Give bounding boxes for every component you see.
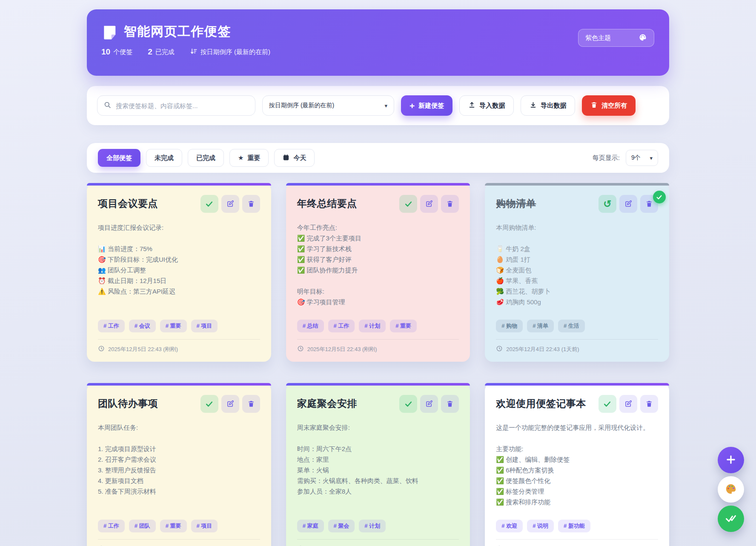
note-tag[interactable]: # 聚会	[328, 520, 355, 532]
download-icon	[530, 101, 537, 110]
complete-note-button[interactable]	[598, 395, 616, 413]
completed-badge-icon	[653, 191, 666, 203]
per-page-select[interactable]: 9个▾	[626, 150, 658, 166]
search-box	[97, 95, 255, 116]
note-card-year-summary: 年终总结要点 今年工作亮点: ✅ 完成了3个主要项目 ✅ 学习了新技术栈 ✅ 获…	[286, 183, 470, 362]
note-tag[interactable]: # 项目	[191, 320, 218, 332]
delete-note-button[interactable]	[242, 195, 260, 213]
clock-icon	[98, 345, 105, 353]
delete-note-button[interactable]	[441, 395, 459, 413]
filter-today[interactable]: 今天	[274, 149, 315, 167]
card-accent-bar	[485, 183, 669, 186]
note-tag[interactable]: # 工作	[328, 320, 355, 332]
filter-todo[interactable]: 未完成	[146, 149, 182, 167]
note-tag[interactable]: # 计划	[359, 520, 386, 532]
fab-complete-all-button[interactable]	[718, 506, 744, 532]
note-tag[interactable]: # 总结	[297, 320, 324, 332]
delete-note-button[interactable]	[242, 395, 260, 413]
note-card-welcome: 欢迎使用便签记事本 这是一个功能完整的便签记事应用，采用现代化设计。 主要功能:…	[485, 383, 669, 546]
plus-icon	[725, 454, 737, 467]
complete-note-button[interactable]	[399, 395, 417, 413]
edit-note-button[interactable]	[619, 395, 637, 413]
plus-icon: +	[410, 101, 415, 110]
clear-all-button[interactable]: 清空所有	[582, 95, 636, 116]
sort-desc-icon	[190, 48, 198, 57]
note-content: 周末家庭聚会安排: 时间：周六下午2点 地点：家里 菜单：火锅 需购买：火锅底料…	[297, 422, 459, 497]
header-stats: 10个便签 2已完成 按日期倒序 (最新的在前)	[101, 47, 655, 57]
note-tag[interactable]: # 清单	[527, 320, 554, 332]
note-title: 家庭聚会安排	[297, 395, 357, 410]
note-tag[interactable]: # 工作	[98, 320, 125, 332]
filter-done[interactable]: 已完成	[188, 149, 224, 167]
fab-theme-button[interactable]	[718, 476, 744, 503]
double-check-icon	[725, 512, 737, 526]
note-tag[interactable]: # 项目	[191, 520, 218, 532]
note-tag[interactable]: # 生活	[558, 320, 585, 332]
note-tag[interactable]: # 重要	[390, 320, 417, 332]
complete-note-button[interactable]	[200, 395, 218, 413]
new-note-button[interactable]: + 新建便签	[401, 95, 452, 116]
note-content: 今年工作亮点: ✅ 完成了3个主要项目 ✅ 学习了新技术栈 ✅ 获得了客户好评 …	[297, 222, 459, 307]
edit-note-button[interactable]	[420, 395, 438, 413]
note-title: 团队待办事项	[98, 395, 158, 410]
notes-grid: 项目会议要点 项目进度汇报会议记录: 📊 当前进度：75% 🎯 下阶段目标：完成…	[87, 183, 669, 546]
note-tag[interactable]: # 会议	[129, 320, 156, 332]
note-content: 本周团队任务: 1. 完成项目原型设计 2. 召开客户需求会议 3. 整理用户反…	[98, 422, 260, 497]
note-content: 这是一个功能完整的便签记事应用，采用现代化设计。 主要功能: ✅ 创建、编辑、删…	[496, 422, 658, 507]
search-input[interactable]	[116, 102, 249, 109]
note-tag[interactable]: # 重要	[160, 320, 187, 332]
edit-note-button[interactable]	[221, 395, 239, 413]
note-timestamp: 2025年12月5日 22:43 (刚刚)	[108, 346, 178, 353]
note-logo-icon	[101, 24, 117, 40]
star-icon: ★	[238, 154, 243, 162]
trash-icon	[590, 101, 598, 110]
note-content: 项目进度汇报会议记录: 📊 当前进度：75% 🎯 下阶段目标：完成UI优化 👥 …	[98, 222, 260, 297]
delete-note-button[interactable]	[640, 395, 658, 413]
per-page-label: 每页显示:	[593, 154, 620, 162]
note-tag[interactable]: # 团队	[129, 520, 156, 532]
complete-note-button[interactable]	[200, 195, 218, 213]
note-tag[interactable]: # 购物	[496, 320, 523, 332]
note-tag[interactable]: # 说明	[527, 520, 554, 532]
card-accent-bar	[286, 183, 470, 186]
chevron-down-icon: ▾	[384, 103, 387, 109]
note-tag[interactable]: # 新功能	[558, 520, 590, 532]
note-count-stat: 10个便签	[101, 47, 132, 57]
card-accent-bar	[286, 383, 470, 386]
card-accent-bar	[485, 383, 669, 386]
note-title: 项目会议要点	[98, 195, 158, 210]
toolbar-panel: 按日期倒序 (最新的在前)▾ + 新建便签 导入数据 导出数据 清空所有	[87, 86, 669, 125]
edit-note-button[interactable]	[619, 195, 637, 213]
edit-note-button[interactable]	[420, 195, 438, 213]
note-timestamp: 2025年12月4日 22:43 (1天前)	[506, 346, 579, 353]
export-data-button[interactable]: 导出数据	[521, 95, 575, 116]
note-tag[interactable]: # 工作	[98, 520, 125, 532]
filter-all[interactable]: 全部便签	[98, 149, 140, 167]
delete-note-button[interactable]	[441, 195, 459, 213]
note-tag[interactable]: # 家庭	[297, 520, 324, 532]
note-tag[interactable]: # 欢迎	[496, 520, 523, 532]
edit-note-button[interactable]	[221, 195, 239, 213]
undo-icon: ↺	[603, 199, 611, 209]
upload-icon	[468, 101, 475, 110]
clock-icon	[297, 345, 304, 353]
undo-complete-button[interactable]: ↺	[598, 195, 616, 213]
note-title: 购物清单	[496, 195, 536, 210]
note-title: 年终总结要点	[297, 195, 357, 210]
note-title: 欢迎使用便签记事本	[496, 395, 586, 410]
note-content: 本周购物清单: 🥛 牛奶 2盒 🥚 鸡蛋 1打 🍞 全麦面包 🍎 苹果、香蕉 🥦…	[496, 222, 658, 307]
note-card-team-todo: 团队待办事项 本周团队任务: 1. 完成项目原型设计 2. 召开客户需求会议 3…	[87, 383, 271, 546]
complete-note-button[interactable]	[399, 195, 417, 213]
theme-button[interactable]: 紫色主题	[578, 29, 654, 47]
calendar-icon	[283, 154, 289, 162]
sort-select[interactable]: 按日期倒序 (最新的在前)▾	[262, 95, 394, 116]
note-tag[interactable]: # 重要	[160, 520, 187, 532]
filter-important[interactable]: ★重要	[229, 149, 269, 167]
clock-icon	[496, 345, 503, 353]
import-data-button[interactable]: 导入数据	[459, 95, 514, 116]
fab-add-note-button[interactable]	[718, 447, 744, 473]
note-tag[interactable]: # 计划	[359, 320, 386, 332]
note-card-shopping-list: 购物清单 ↺ 本周购物清单: 🥛 牛奶 2盒 🥚 鸡蛋 1打 🍞 全麦面包 🍎 …	[485, 183, 669, 362]
note-card-family-gathering: 家庭聚会安排 周末家庭聚会安排: 时间：周六下午2点 地点：家里 菜单：火锅 需…	[286, 383, 470, 546]
done-count-stat: 2已完成	[148, 47, 175, 57]
